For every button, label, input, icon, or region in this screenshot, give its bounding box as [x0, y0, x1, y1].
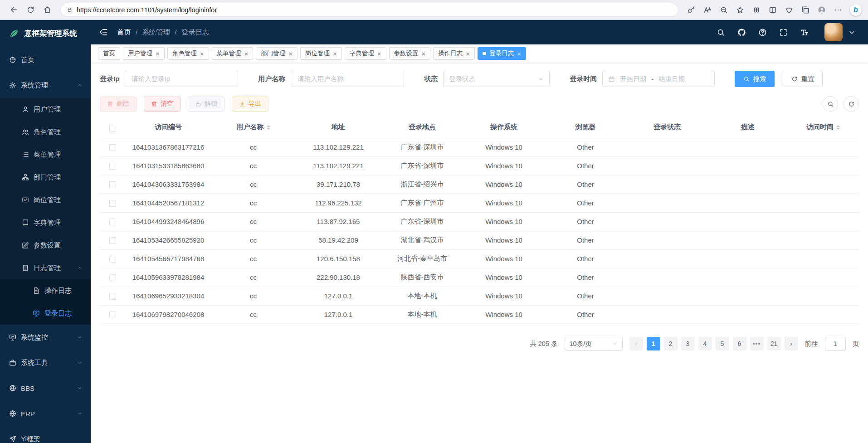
sidebar-item-7[interactable]: 字典管理	[0, 211, 91, 234]
table-row[interactable]: 1641053426655825920cc58.19.42.209湖北省-武汉市…	[100, 231, 859, 249]
tab-close-icon[interactable]: ×	[466, 50, 470, 57]
browser-essentials-icon[interactable]	[781, 6, 797, 14]
page-button-3[interactable]: 3	[681, 337, 695, 351]
user-avatar[interactable]	[824, 23, 843, 41]
page-button-21[interactable]: 21	[767, 337, 781, 351]
tab-close-icon[interactable]: ×	[244, 50, 249, 57]
fold-sidebar-icon[interactable]	[99, 28, 108, 37]
page-size-select[interactable]: 10条/页	[565, 337, 623, 351]
extensions-icon[interactable]	[748, 6, 765, 14]
copilot-icon[interactable]: b	[850, 4, 862, 16]
refresh-table-button[interactable]	[844, 96, 859, 112]
ip-filter-input[interactable]	[125, 71, 238, 87]
row-checkbox[interactable]	[109, 256, 116, 263]
sidebar-item-10[interactable]: 操作日志	[0, 279, 91, 302]
unlock-button[interactable]: 解锁	[188, 97, 224, 112]
tab-5[interactable]: 岗位管理×	[300, 47, 342, 60]
sidebar-item-0[interactable]: 首页	[0, 47, 91, 73]
tab-9[interactable]: 登录日志×	[478, 47, 526, 60]
prev-page-button[interactable]: ‹	[629, 337, 643, 351]
user-filter-input[interactable]	[291, 71, 404, 87]
sidebar-item-8[interactable]: 参数设置	[0, 234, 91, 257]
sidebar-item-14[interactable]: BBS	[0, 375, 91, 401]
tab-close-icon[interactable]: ×	[422, 50, 426, 57]
avatar-caret-icon[interactable]	[848, 28, 856, 37]
tab-close-icon[interactable]: ×	[333, 50, 337, 57]
search-button[interactable]: 搜索	[735, 71, 775, 87]
table-row[interactable]: 1641069652933218304cc127.0.0.1本地-本机Windo…	[100, 287, 859, 305]
split-screen-icon[interactable]	[765, 6, 781, 14]
row-checkbox[interactable]	[109, 237, 116, 244]
status-select[interactable]: 登录状态	[443, 71, 550, 87]
password-key-icon[interactable]	[683, 6, 699, 14]
column-header[interactable]: 访问时间	[787, 117, 859, 138]
browser-refresh-icon[interactable]	[22, 5, 39, 14]
sidebar-item-9[interactable]: 日志管理	[0, 257, 91, 279]
goto-page-input[interactable]	[825, 337, 846, 351]
tab-close-icon[interactable]: ×	[200, 50, 204, 57]
tab-6[interactable]: 字典管理×	[345, 47, 386, 60]
header-search-icon[interactable]	[717, 28, 725, 37]
sidebar-item-12[interactable]: 系统监控	[0, 325, 91, 350]
tab-2[interactable]: 角色管理×	[167, 47, 209, 60]
delete-button[interactable]: 删除	[100, 97, 137, 112]
row-checkbox[interactable]	[109, 312, 116, 318]
sidebar-item-2[interactable]: 用户管理	[0, 98, 91, 121]
row-checkbox[interactable]	[109, 163, 116, 170]
row-checkbox[interactable]	[109, 200, 116, 207]
breadcrumb-item[interactable]: 系统管理	[142, 28, 170, 37]
page-button-1[interactable]: 1	[647, 337, 660, 351]
page-button-5[interactable]: 5	[716, 337, 729, 351]
row-checkbox[interactable]	[109, 219, 116, 225]
table-row[interactable]: 1641031367863177216cc113.102.129.221广东省-…	[100, 138, 859, 156]
column-header[interactable]: 用户名称	[211, 117, 295, 138]
sidebar-item-5[interactable]: 部门管理	[0, 166, 91, 189]
font-size-icon[interactable]	[800, 28, 809, 37]
table-row[interactable]: 1641031533185863680cc113.102.129.221广东省-…	[100, 156, 859, 175]
tab-8[interactable]: 操作日志×	[433, 47, 475, 60]
zoom-out-icon[interactable]	[716, 6, 732, 14]
export-button[interactable]: 导出	[232, 97, 268, 112]
breadcrumb-item[interactable]: 首页	[117, 28, 131, 37]
table-row[interactable]: 1641044520567181312cc112.96.225.132广东省-广…	[100, 194, 859, 212]
tab-3[interactable]: 菜单管理×	[212, 47, 254, 60]
browser-profile-avatar[interactable]	[814, 6, 830, 14]
github-icon[interactable]	[737, 28, 746, 37]
tab-close-icon[interactable]: ×	[288, 50, 293, 57]
browser-back-icon[interactable]	[5, 5, 22, 14]
row-checkbox[interactable]	[109, 144, 116, 151]
login-time-range-picker[interactable]: 开始日期 - 结束日期	[602, 71, 715, 87]
help-icon[interactable]	[758, 28, 767, 37]
row-checkbox[interactable]	[109, 181, 116, 188]
clear-button[interactable]: 清空	[144, 97, 180, 112]
table-row[interactable]: 1641054566717984768cc120.6.150.158河北省-秦皇…	[100, 249, 859, 268]
fullscreen-icon[interactable]	[779, 28, 788, 37]
next-page-button[interactable]: ›	[785, 337, 798, 351]
breadcrumb-item[interactable]: 登录日志	[181, 28, 210, 37]
row-checkbox[interactable]	[109, 274, 116, 281]
browser-address-bar[interactable]: https://ccnetcore.com:1101/system/log/lo…	[60, 3, 678, 17]
read-aloud-icon[interactable]	[699, 6, 716, 14]
tab-0[interactable]: 首页	[98, 47, 120, 60]
sidebar-item-1[interactable]: 系统管理	[0, 73, 91, 98]
browser-home-icon[interactable]	[39, 5, 56, 14]
table-row[interactable]: 1641059633978281984cc222.90.130.18陕西省-西安…	[100, 268, 859, 287]
sidebar-item-16[interactable]: Yi框架	[0, 426, 91, 443]
page-button-2[interactable]: 2	[664, 337, 678, 351]
page-button-4[interactable]: 4	[698, 337, 712, 351]
table-row[interactable]: 1641069798270046208cc127.0.0.1本地-本机Windo…	[100, 305, 859, 324]
table-row[interactable]: 1641043063331753984cc39.171.210.78浙江省-绍兴…	[100, 175, 859, 194]
sort-carets-icon[interactable]	[267, 125, 270, 130]
select-all-checkbox[interactable]	[109, 125, 116, 131]
sidebar-item-15[interactable]: ERP	[0, 401, 91, 426]
page-button-6[interactable]: 6	[733, 337, 746, 351]
tab-close-icon[interactable]: ×	[517, 50, 521, 57]
sort-carets-icon[interactable]	[836, 125, 840, 130]
tab-1[interactable]: 用户管理×	[123, 47, 165, 60]
sidebar-item-11[interactable]: 登录日志	[0, 302, 91, 325]
tab-close-icon[interactable]: ×	[377, 50, 381, 57]
tab-close-icon[interactable]: ×	[156, 50, 160, 57]
favorites-icon[interactable]	[732, 6, 748, 14]
page-ellipsis-button[interactable]: •••	[750, 337, 764, 351]
sidebar-item-6[interactable]: 岗位管理	[0, 189, 91, 211]
